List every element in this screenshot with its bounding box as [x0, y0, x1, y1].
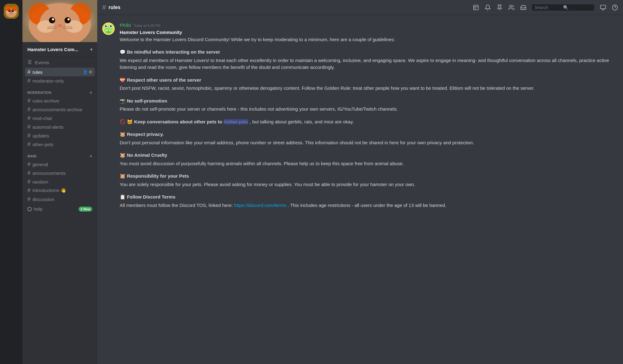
server-icon-bar: [0, 0, 22, 364]
svg-point-11: [13, 10, 14, 11]
channel-label: help: [34, 206, 79, 212]
channel-action-icons: 👤 ⚙: [83, 70, 92, 74]
svg-point-10: [10, 10, 11, 11]
rule-1-title: Be mindful when interacting on the serve…: [127, 49, 220, 55]
rule-4-emoji: 🚫: [120, 119, 126, 124]
rule-7-emoji: 🐹: [120, 173, 126, 179]
discord-terms-link[interactable]: https://discord.com/terms: [234, 203, 286, 208]
channel-label: other-pets: [32, 142, 92, 147]
notifications-icon[interactable]: [485, 4, 491, 11]
channel-label: announcements: [32, 170, 92, 176]
server-icon-hamster[interactable]: [4, 4, 19, 19]
category-moderation[interactable]: MODERATION +: [25, 85, 95, 96]
server-name: Hamster Lovers Com...: [27, 47, 78, 52]
search-bar[interactable]: Search 🔍: [532, 4, 594, 11]
rule-7-text: You are solely responsible for your pets…: [120, 181, 618, 188]
svg-point-46: [110, 25, 112, 27]
sidebar-item-discussion[interactable]: # discussion: [25, 195, 95, 204]
rule-5-title-line: 🐹 Respect privacy.: [120, 131, 618, 138]
pin-icon[interactable]: [496, 4, 503, 11]
sidebar-item-announcements-archive[interactable]: # announcements-archive: [25, 105, 95, 114]
members-icon[interactable]: [508, 4, 515, 11]
hash-icon: #: [27, 161, 31, 167]
add-channel-icon[interactable]: +: [90, 90, 92, 95]
channel-label: discussion: [32, 197, 92, 202]
hash-icon: #: [27, 107, 31, 112]
message-group: Phibi Today at 6:28 PM Hamster Lovers Co…: [97, 21, 623, 216]
svg-point-51: [109, 30, 112, 31]
svg-point-23: [68, 18, 70, 21]
sidebar-item-mod-chat[interactable]: # mod-chat: [25, 114, 95, 122]
sidebar-item-updates[interactable]: # updates: [25, 131, 95, 140]
channel-label: rules-archive: [32, 98, 92, 103]
sidebar-item-rules-archive[interactable]: # rules-archive: [25, 96, 95, 105]
rule-4-suffix: , but talking about gerbils, rats, and m…: [250, 119, 354, 124]
rule-3-text: Please do not self-promote your server o…: [120, 106, 618, 113]
rule-8-text-after: . This includes age restrictions - all u…: [288, 203, 446, 208]
add-channel-icon[interactable]: +: [90, 154, 92, 159]
rule-6-title: No Animal Cruelty: [127, 152, 167, 158]
sidebar-item-other-pets[interactable]: # other-pets: [25, 140, 95, 149]
sidebar-item-random[interactable]: # random: [25, 177, 95, 186]
channel-label: random: [32, 179, 92, 184]
svg-point-48: [111, 26, 112, 26]
sidebar-item-moderator-only[interactable]: # moderator-only: [25, 76, 95, 85]
svg-point-47: [106, 26, 107, 26]
rule-4-title-line: 🚫 🐱 Keep conversations about other pets …: [120, 118, 618, 126]
svg-point-21: [65, 17, 71, 23]
category-main[interactable]: MAIN +: [25, 149, 95, 160]
hash-icon: #: [27, 179, 31, 184]
rule-5-title: Respect privacy.: [127, 132, 164, 137]
channel-sidebar: Hamster Lovers Com... ▾ 🗓 Events # rules…: [22, 0, 97, 364]
hash-icon: #: [27, 170, 31, 176]
rule-1-text: We expect all members of Hamster Lovers!…: [120, 57, 618, 71]
rule-6-text: You must avoid discussion of purposefull…: [120, 160, 618, 167]
events-icon: 🗓: [27, 60, 32, 65]
avatar-image: [102, 22, 115, 35]
sidebar-item-introductions[interactable]: # introductions-👋: [25, 186, 95, 195]
rule-1-block: 💬 Be mindful when interacting on the ser…: [120, 49, 618, 71]
svg-rect-34: [601, 5, 606, 9]
channel-label: mod-chat: [32, 116, 92, 121]
sidebar-item-rules[interactable]: # rules 👤 ⚙: [25, 68, 95, 76]
circle-channel-icon: [27, 207, 32, 211]
message-body: Hamster Lovers Community Welcome to the …: [120, 29, 618, 209]
sidebar-item-help[interactable]: help 2 New: [25, 205, 95, 213]
rule-5-emoji: 🐹: [120, 132, 126, 137]
message-content: Phibi Today at 6:28 PM Hamster Lovers Co…: [120, 22, 618, 214]
rule-2-block: 💝 Respect other users of the server Don'…: [120, 77, 618, 92]
avatar[interactable]: [102, 22, 115, 35]
channel-label: introductions-👋: [32, 188, 92, 193]
svg-point-33: [510, 5, 512, 7]
rule-3-title-line: 📸 No self-promotion: [120, 98, 618, 105]
inbox-icon[interactable]: [520, 4, 526, 11]
rule-2-title-line: 💝 Respect other users of the server: [120, 77, 618, 84]
channel-label: rules: [32, 69, 83, 75]
sidebar-item-automod-alerts[interactable]: # automod-alerts: [25, 122, 95, 131]
message-author[interactable]: Phibi: [120, 22, 131, 28]
sidebar-item-events[interactable]: 🗓 Events: [25, 57, 95, 68]
svg-point-20: [49, 17, 55, 23]
rule-7-block: 🐹 Responsibility for your Pets You are s…: [120, 173, 618, 188]
search-icon: 🔍: [563, 5, 592, 10]
sidebar-item-announcements[interactable]: # announcements: [25, 169, 95, 177]
rule-8-block: 📋 Follow Discord Terms All members must …: [120, 194, 618, 209]
inbox-tray-icon[interactable]: [600, 4, 606, 11]
rule-5-block: 🐹 Respect privacy. Don't post personal i…: [120, 131, 618, 146]
help-icon[interactable]: [612, 4, 618, 11]
server-header[interactable]: Hamster Lovers Com... ▾: [22, 42, 97, 57]
rule-5-text: Don't post personal information like you…: [120, 139, 618, 146]
threads-icon[interactable]: [473, 4, 479, 11]
svg-point-22: [52, 18, 54, 21]
channel-hash-icon: #: [102, 3, 106, 12]
rule-6-emoji: 🐹: [120, 152, 126, 158]
settings-icon[interactable]: ⚙: [89, 70, 92, 74]
messages-area: Phibi Today at 6:28 PM Hamster Lovers Co…: [97, 15, 623, 364]
svg-point-45: [105, 25, 107, 27]
sidebar-item-general[interactable]: # general: [25, 160, 95, 169]
hash-icon: #: [27, 196, 31, 202]
channel-mention-other-pets[interactable]: #other-pets: [223, 119, 248, 124]
svg-point-24: [58, 24, 62, 27]
channel-label: automod-alerts: [32, 124, 92, 130]
add-user-icon[interactable]: 👤: [83, 70, 88, 74]
